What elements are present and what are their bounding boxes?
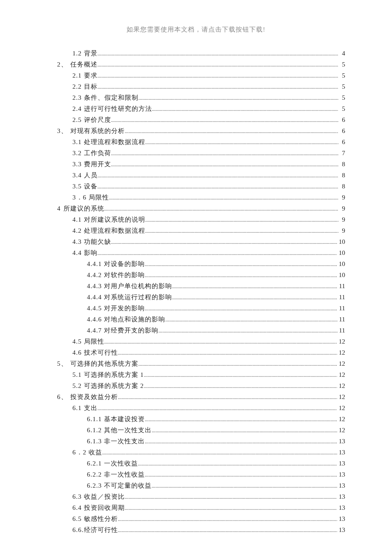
toc-entry[interactable]: 6.6.经济可行性13 bbox=[47, 525, 345, 535]
toc-entry[interactable]: 6.1 支出12 bbox=[47, 403, 345, 413]
toc-entry[interactable]: 3.2 工作负荷7 bbox=[47, 148, 345, 158]
toc-entry-page: 13 bbox=[337, 458, 345, 468]
toc-entry-page: 8 bbox=[338, 159, 345, 169]
toc-entry-title: 6.6.经济可行性 bbox=[72, 525, 118, 535]
toc-entry-page: 5 bbox=[338, 59, 345, 69]
toc-entry-number: 4 bbox=[57, 203, 63, 214]
toc-entry[interactable]: 4.6 技术可行性12 bbox=[47, 347, 345, 358]
toc-entry[interactable]: 2.4 进行可行性研究的方法5 bbox=[47, 104, 345, 114]
toc-leader-dots bbox=[102, 448, 337, 457]
toc-leader-dots bbox=[111, 238, 337, 247]
toc-entry[interactable]: 6.1.3 非一次性支出13 bbox=[47, 436, 345, 446]
toc-leader-dots bbox=[172, 282, 337, 291]
toc-entry[interactable]: 3.3 费用开支8 bbox=[47, 159, 345, 169]
toc-leader-dots bbox=[118, 526, 337, 535]
toc-entry[interactable]: 4.4.5 对开发的影响11 bbox=[47, 303, 345, 313]
toc-entry-page: 5 bbox=[338, 104, 345, 114]
toc-leader-dots bbox=[98, 72, 339, 81]
toc-entry-title: 4.5 局限性 bbox=[72, 336, 104, 347]
toc-entry[interactable]: 4.4.1 对设备的影响10 bbox=[47, 259, 345, 269]
toc-entry[interactable]: 3.4 人员8 bbox=[47, 170, 345, 180]
toc-entry[interactable]: 2.5 评价尺度6 bbox=[47, 115, 345, 125]
toc-entry[interactable]: 6.1.1 基本建设投资12 bbox=[47, 414, 345, 424]
toc-leader-dots bbox=[172, 293, 337, 302]
toc-entry[interactable]: 6.2.1 一次性收益13 bbox=[47, 458, 345, 468]
toc-leader-dots bbox=[152, 105, 339, 114]
toc-entry-page: 5 bbox=[338, 92, 345, 103]
toc-entry[interactable]: 4所建议的系统9 bbox=[47, 203, 345, 214]
toc-entry[interactable]: 6．2 收益13 bbox=[47, 447, 345, 457]
toc-leader-dots bbox=[118, 515, 337, 524]
toc-entry-page: 12 bbox=[337, 347, 345, 358]
toc-leader-dots bbox=[109, 194, 338, 202]
toc-entry[interactable]: 4.3 功能欠缺10 bbox=[47, 237, 345, 247]
toc-entry[interactable]: 4.4 影响10 bbox=[47, 248, 345, 258]
toc-entry[interactable]: 4.5 局限性12 bbox=[47, 336, 345, 347]
toc-entry-number: 2、 bbox=[57, 59, 70, 69]
toc-entry-number: 6、 bbox=[57, 392, 70, 402]
toc-entry[interactable]: 1.2 背景4 bbox=[47, 48, 345, 58]
toc-entry-page: 9 bbox=[338, 214, 345, 225]
toc-entry[interactable]: 2.2 目标5 bbox=[47, 81, 345, 92]
toc-entry[interactable]: 4.4.6 对地点和设施的影响11 bbox=[47, 314, 345, 324]
toc-entry[interactable]: 6.2.3 不可定量的收益13 bbox=[47, 480, 345, 491]
toc-entry-title: 6.1.1 基本建设投资 bbox=[87, 414, 145, 424]
toc-entry[interactable]: 4.4.7 对经费开支的影响11 bbox=[47, 325, 345, 335]
toc-entry[interactable]: 4.2 处理流程和数据流程9 bbox=[47, 225, 345, 236]
toc-leader-dots bbox=[118, 349, 337, 358]
toc-leader-dots bbox=[145, 471, 337, 480]
toc-leader-dots bbox=[125, 127, 339, 136]
toc-entry-title: 4.4.7 对经费开支的影响 bbox=[87, 325, 159, 335]
toc-entry-title: 投资及效益分析 bbox=[70, 392, 118, 402]
toc-entry[interactable]: 4.4.3 对用户单位机构的影响11 bbox=[47, 281, 345, 291]
toc-entry[interactable]: 5.2 可选择的系统方案 212 bbox=[47, 381, 345, 391]
toc-entry[interactable]: 6、投资及效益分析12 bbox=[47, 392, 345, 402]
toc-leader-dots bbox=[98, 404, 337, 413]
toc-entry-page: 6 bbox=[338, 115, 345, 125]
toc-leader-dots bbox=[98, 249, 337, 258]
toc-leader-dots bbox=[138, 94, 339, 103]
toc-entry[interactable]: 3、对现有系统的分析6 bbox=[47, 126, 345, 136]
toc-entry-title: 4.3 功能欠缺 bbox=[72, 237, 111, 247]
toc-entry[interactable]: 4.4.4 对系统运行过程的影响11 bbox=[47, 292, 345, 302]
toc-entry-page: 10 bbox=[337, 270, 345, 280]
toc-entry-title: 6.2.3 不可定量的收益 bbox=[87, 480, 152, 491]
toc-entry[interactable]: 3．6 局限性9 bbox=[47, 192, 345, 202]
toc-entry[interactable]: 4.4.2 对软件的影响10 bbox=[47, 270, 345, 280]
toc-leader-dots bbox=[145, 304, 337, 313]
toc-entry[interactable]: 6.1.2 其他一次性支出12 bbox=[47, 425, 345, 435]
toc-entry[interactable]: 6.4 投资回收周期13 bbox=[47, 503, 345, 513]
toc-entry[interactable]: 3.1 处理流程和数据流程6 bbox=[47, 137, 345, 147]
toc-entry[interactable]: 5.1 可选择的系统方案 112 bbox=[47, 370, 345, 380]
toc-entry-page: 9 bbox=[338, 192, 345, 202]
toc-entry-page: 12 bbox=[337, 381, 345, 391]
toc-entry[interactable]: 6.3 收益／投资比13 bbox=[47, 491, 345, 502]
toc-leader-dots bbox=[98, 49, 339, 58]
toc-entry[interactable]: 4.1 对所建议系统的说明9 bbox=[47, 214, 345, 225]
toc-entry-page: 4 bbox=[338, 48, 345, 58]
toc-entry[interactable]: 2.3 条件、假定和限制5 bbox=[47, 92, 345, 103]
toc-entry[interactable]: 3.5 设备8 bbox=[47, 181, 345, 191]
toc-leader-dots bbox=[104, 205, 339, 214]
toc-entry-title: 任务概述 bbox=[70, 59, 98, 69]
toc-leader-dots bbox=[138, 460, 337, 468]
toc-entry-number: 5、 bbox=[57, 358, 70, 369]
toc-entry[interactable]: 5、可选择的其他系统方案12 bbox=[47, 358, 345, 369]
toc-entry-title: 6.2.2 非一次性收益 bbox=[87, 469, 145, 480]
toc-entry[interactable]: 2.1 要求5 bbox=[47, 70, 345, 81]
toc-entry-page: 10 bbox=[337, 237, 345, 247]
toc-entry-page: 13 bbox=[337, 514, 345, 524]
toc-entry-page: 7 bbox=[338, 148, 345, 158]
toc-entry[interactable]: 2、任务概述5 bbox=[47, 59, 345, 69]
toc-entry[interactable]: 6.5 敏感性分析13 bbox=[47, 514, 345, 524]
toc-leader-dots bbox=[144, 371, 337, 380]
toc-leader-dots bbox=[145, 271, 337, 280]
toc-entry-title: 2.1 要求 bbox=[72, 70, 98, 81]
toc-entry-title: 可选择的其他系统方案 bbox=[70, 358, 138, 369]
toc-entry-page: 11 bbox=[337, 292, 345, 302]
toc-entry[interactable]: 6.2.2 非一次性收益13 bbox=[47, 469, 345, 480]
toc-entry-page: 12 bbox=[337, 403, 345, 413]
toc-entry-page: 10 bbox=[337, 248, 345, 258]
toc-entry-page: 12 bbox=[337, 392, 345, 402]
toc-entry-title: 5.2 可选择的系统方案 2 bbox=[72, 381, 144, 391]
